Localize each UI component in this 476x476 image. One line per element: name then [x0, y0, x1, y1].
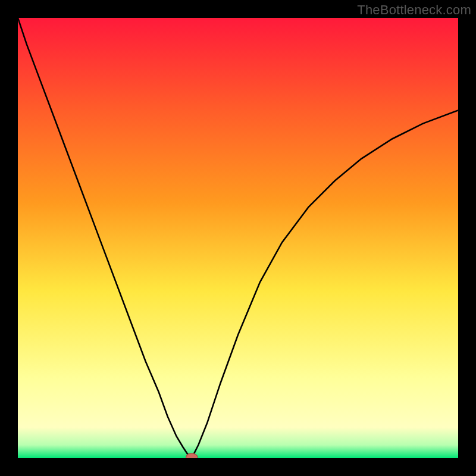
gradient-bg — [18, 18, 458, 458]
plot-area — [18, 18, 458, 458]
watermark-text: TheBottleneck.com — [357, 2, 471, 18]
chart-frame: TheBottleneck.com — [0, 0, 476, 476]
chart-svg — [18, 18, 458, 458]
